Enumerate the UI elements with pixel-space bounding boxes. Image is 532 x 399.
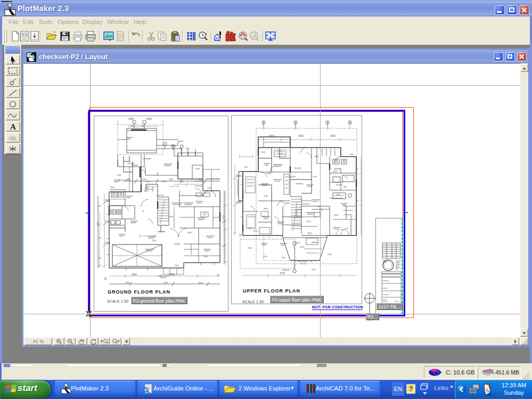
svg-text:1800: 1800 bbox=[285, 202, 289, 205]
svg-text:3000: 3000 bbox=[198, 282, 202, 284]
svg-text:3600: 3600 bbox=[269, 135, 275, 137]
svg-text:4000: 4000 bbox=[187, 232, 192, 234]
svg-text:200x100: 200x100 bbox=[156, 194, 164, 197]
svg-text:1200: 1200 bbox=[152, 240, 156, 242]
svg-text:1500: 1500 bbox=[281, 153, 285, 156]
svg-text:2600: 2600 bbox=[105, 199, 111, 202]
svg-text:3100: 3100 bbox=[223, 215, 225, 219]
svg-text:4700: 4700 bbox=[280, 272, 285, 275]
svg-text:A: A bbox=[10, 123, 16, 131]
svg-text:3400: 3400 bbox=[236, 201, 242, 204]
svg-text:2400: 2400 bbox=[195, 168, 200, 170]
svg-text:2700: 2700 bbox=[248, 247, 252, 249]
svg-text:1500: 1500 bbox=[203, 256, 208, 258]
svg-text:2800: 2800 bbox=[146, 118, 152, 120]
svg-text:2800: 2800 bbox=[97, 222, 99, 226]
svg-text:900: 900 bbox=[186, 148, 189, 150]
svg-text:300: 300 bbox=[130, 125, 134, 127]
svg-text:1300: 1300 bbox=[333, 170, 337, 173]
svg-text:2400: 2400 bbox=[267, 173, 271, 175]
svg-text:3200: 3200 bbox=[125, 282, 129, 284]
svg-text:1500: 1500 bbox=[171, 145, 176, 148]
svg-text:1700: 1700 bbox=[313, 176, 317, 178]
svg-text:3300: 3300 bbox=[264, 208, 268, 210]
svg-text:1300: 1300 bbox=[207, 187, 211, 189]
svg-text:1200: 1200 bbox=[126, 178, 130, 181]
svg-text:2000: 2000 bbox=[110, 186, 114, 189]
svg-text:2700: 2700 bbox=[174, 265, 178, 267]
svg-text:3000: 3000 bbox=[298, 135, 304, 137]
svg-text:?: ? bbox=[409, 385, 413, 393]
svg-text:2700: 2700 bbox=[263, 256, 267, 258]
svg-text:2400: 2400 bbox=[314, 156, 318, 158]
svg-text:1100: 1100 bbox=[336, 194, 340, 196]
svg-text:3300: 3300 bbox=[264, 195, 268, 197]
svg-text:1500: 1500 bbox=[312, 268, 316, 271]
svg-text:1200: 1200 bbox=[253, 230, 257, 232]
svg-text:3400: 3400 bbox=[105, 221, 111, 223]
svg-text:2400: 2400 bbox=[163, 282, 168, 284]
svg-text:3400: 3400 bbox=[350, 215, 353, 219]
svg-text:4200: 4200 bbox=[132, 273, 137, 276]
svg-text:2000: 2000 bbox=[306, 221, 310, 223]
svg-text:4100: 4100 bbox=[296, 242, 300, 244]
svg-text:300: 300 bbox=[141, 125, 144, 127]
svg-text:1700: 1700 bbox=[117, 174, 121, 176]
svg-text:1500: 1500 bbox=[328, 254, 332, 256]
svg-text:5100: 5100 bbox=[169, 273, 175, 276]
svg-text:2600: 2600 bbox=[334, 214, 338, 216]
svg-text:90x200: 90x200 bbox=[289, 176, 296, 178]
svg-text:90x200: 90x200 bbox=[294, 167, 301, 169]
svg-text:1800: 1800 bbox=[169, 178, 173, 181]
svg-text:2900: 2900 bbox=[105, 242, 111, 245]
svg-text:2000: 2000 bbox=[307, 232, 312, 234]
svg-text:2600: 2600 bbox=[330, 135, 336, 137]
svg-text:90: 90 bbox=[142, 210, 144, 213]
svg-text:2800: 2800 bbox=[236, 175, 242, 177]
svg-text:900: 900 bbox=[343, 186, 347, 188]
svg-text:3000: 3000 bbox=[128, 118, 134, 120]
svg-text:2200: 2200 bbox=[142, 178, 146, 181]
svg-text:900: 900 bbox=[282, 257, 285, 259]
svg-text:600: 600 bbox=[244, 166, 248, 168]
svg-text:1100: 1100 bbox=[169, 216, 173, 218]
svg-text:2000: 2000 bbox=[261, 151, 265, 153]
svg-text:120X60: 120X60 bbox=[127, 162, 134, 165]
svg-text:3100: 3100 bbox=[300, 246, 304, 248]
svg-text:450: 450 bbox=[350, 153, 353, 156]
svg-text:2600: 2600 bbox=[198, 178, 202, 181]
